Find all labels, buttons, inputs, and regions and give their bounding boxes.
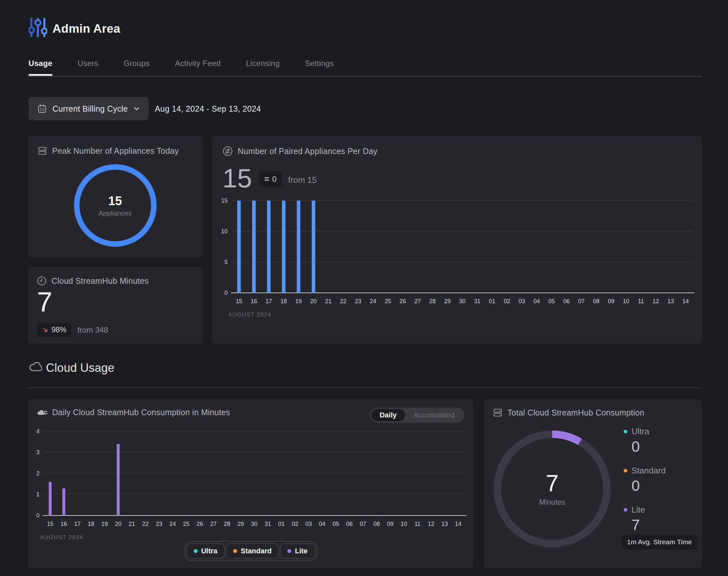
tab-settings[interactable]: Settings — [305, 59, 334, 76]
x-tick-05: 05 — [548, 298, 555, 305]
x-axis-line — [231, 292, 694, 293]
x-tick-29: 29 — [237, 521, 244, 527]
legend-dot-ultra — [194, 549, 197, 553]
server-icon — [493, 408, 503, 417]
total-minutes-unit: Minutes — [539, 498, 565, 507]
legend-pill-lite[interactable]: Lite — [280, 543, 315, 559]
x-tick-19: 19 — [295, 298, 302, 305]
legend-label-lite: Lite — [624, 505, 666, 515]
card-title: Peak Number of Appliances Today — [52, 146, 179, 156]
legend-value-standard: 0 — [631, 478, 666, 493]
daily-consumption-card: Daily Cloud StreamHub Consumption in Min… — [28, 399, 474, 568]
bar-15-value — [237, 201, 241, 293]
calendar-icon — [37, 104, 47, 114]
legend-label: Standard — [241, 547, 271, 555]
billing-cycle-dropdown[interactable]: Current Billing Cycle — [28, 97, 149, 120]
gridline-1 — [44, 494, 465, 494]
consumption-legend: Ultra0Standard0Lite7 — [624, 427, 666, 544]
y-tick-2: 2 — [36, 470, 39, 477]
legend-name: Ultra — [631, 427, 649, 436]
x-tick-31: 31 — [474, 298, 480, 305]
x-tick-20: 20 — [115, 521, 122, 527]
legend-pill-standard[interactable]: Standard — [226, 543, 279, 559]
cloud-icon — [28, 361, 42, 374]
x-tick-04: 04 — [319, 521, 325, 527]
bar-17-value — [267, 201, 270, 293]
tab-usage[interactable]: Usage — [28, 59, 52, 76]
legend-label: Lite — [295, 547, 308, 555]
delta-badge: 98% — [37, 323, 72, 337]
tab-licensing[interactable]: Licensing — [246, 59, 280, 76]
total-minutes-value: 7 — [546, 471, 559, 495]
x-tick-17: 17 — [74, 521, 81, 527]
x-tick-14: 14 — [455, 521, 461, 527]
x-tick-26: 26 — [400, 298, 406, 305]
peak-appliances-value: 15 — [108, 194, 122, 208]
x-axis-line — [43, 515, 466, 516]
x-tick-05: 05 — [332, 521, 339, 527]
gridline-2 — [44, 473, 465, 473]
section-title: Cloud Usage — [46, 361, 114, 375]
y-tick-10: 10 — [221, 228, 228, 235]
x-tick-02: 02 — [292, 521, 298, 527]
x-axis-month-label: AUGUST 2024 — [40, 534, 83, 541]
y-tick-5: 5 — [224, 259, 228, 266]
peak-appliances-card: Peak Number of Appliances Today 15 Appli… — [28, 136, 203, 257]
y-tick-0: 0 — [36, 512, 39, 519]
x-tick-07: 07 — [360, 521, 366, 527]
legend-dot-standard — [624, 469, 627, 472]
x-axis: 1516171819202122232425262728293031010203… — [44, 521, 465, 529]
consumption-legend-item-ultra: Ultra0 — [624, 427, 666, 454]
legend-label: Ultra — [201, 547, 217, 555]
x-tick-04: 04 — [533, 298, 540, 305]
card-title: Cloud StreamHub Minutes — [52, 276, 149, 286]
x-tick-09: 09 — [387, 521, 394, 527]
legend-label-ultra: Ultra — [624, 427, 666, 436]
sliders-icon — [28, 17, 47, 39]
x-tick-28: 28 — [224, 521, 230, 527]
x-tick-06: 06 — [563, 298, 570, 305]
x-tick-29: 29 — [444, 298, 451, 305]
x-tick-20: 20 — [310, 298, 317, 305]
server-icon — [37, 146, 47, 156]
bar-19-value — [297, 201, 300, 293]
x-tick-23: 23 — [355, 298, 361, 305]
legend-pill-ultra[interactable]: Ultra — [186, 543, 225, 559]
card-title: Total Cloud StreamHub Consumption — [508, 408, 644, 417]
streamhub-minutes-card: Cloud StreamHub Minutes 7 98% from 348 — [28, 267, 203, 343]
x-tick-12: 12 — [428, 521, 434, 527]
x-tick-08: 08 — [373, 521, 380, 527]
tabs-divider — [28, 76, 702, 77]
x-tick-08: 08 — [593, 298, 599, 305]
legend-label-standard: Standard — [624, 466, 666, 476]
y-tick-4: 4 — [36, 428, 39, 435]
peak-appliances-unit: Appliances — [99, 209, 132, 217]
x-tick-24: 24 — [370, 298, 376, 305]
tab-groups[interactable]: Groups — [124, 59, 150, 76]
x-tick-24: 24 — [169, 521, 176, 527]
legend-name: Lite — [631, 505, 645, 515]
bar-20-lite — [117, 444, 120, 516]
x-tick-27: 27 — [210, 521, 217, 527]
section-divider — [28, 387, 702, 388]
tier-legend: UltraStandardLite — [184, 541, 317, 561]
x-tick-10: 10 — [401, 521, 407, 527]
tab-users[interactable]: Users — [78, 59, 99, 76]
page-title: Admin Area — [52, 22, 120, 36]
y-tick-0: 0 — [224, 290, 228, 296]
comparison-text: from 348 — [77, 325, 108, 335]
gridline-10 — [232, 231, 693, 231]
x-tick-06: 06 — [346, 521, 353, 527]
x-tick-03: 03 — [518, 298, 525, 305]
y-tick-1: 1 — [36, 491, 39, 498]
x-tick-15: 15 — [47, 521, 53, 527]
x-tick-25: 25 — [385, 298, 391, 305]
x-tick-25: 25 — [183, 521, 189, 527]
legend-value-lite: 7 — [631, 517, 666, 532]
x-axis-month-label: AUGUST 2024 — [228, 312, 271, 318]
tab-activity-feed[interactable]: Activity Feed — [175, 59, 220, 76]
arrow-down-right-icon — [42, 327, 49, 333]
x-tick-03: 03 — [305, 521, 312, 527]
x-tick-22: 22 — [340, 298, 347, 305]
chevron-down-icon — [133, 106, 140, 112]
